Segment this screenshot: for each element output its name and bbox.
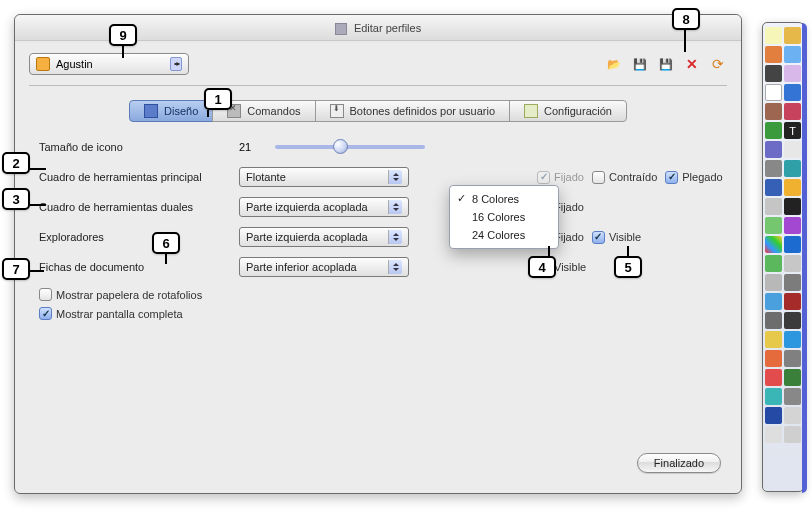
tool-icon[interactable] bbox=[784, 350, 801, 367]
check-visible-explorers[interactable]: Visible bbox=[592, 231, 641, 244]
tool-icon[interactable] bbox=[765, 122, 782, 139]
tool-icon[interactable] bbox=[765, 293, 782, 310]
check-label: Fijado bbox=[554, 171, 584, 183]
tool-icon[interactable] bbox=[765, 46, 782, 63]
check-label: Contraído bbox=[609, 171, 657, 183]
tool-icon[interactable] bbox=[784, 217, 801, 234]
checkbox-icon bbox=[537, 171, 550, 184]
colors-option-16[interactable]: 16 Colores bbox=[450, 208, 558, 226]
check-show-trash[interactable]: Mostrar papelera de rotafolios bbox=[39, 288, 723, 301]
icon-size-slider[interactable] bbox=[275, 145, 425, 149]
config-icon bbox=[524, 104, 538, 118]
label-icon-size: Tamaño de icono bbox=[39, 141, 239, 153]
dual-toolbox-position-select[interactable]: Parte izquierda acoplada bbox=[239, 197, 409, 217]
tool-icon[interactable] bbox=[765, 274, 782, 291]
tool-icon[interactable] bbox=[784, 141, 801, 158]
floating-toolbox[interactable]: T bbox=[762, 22, 804, 492]
chevron-updown-icon bbox=[388, 260, 402, 274]
tool-icon[interactable] bbox=[784, 293, 801, 310]
tool-icon[interactable] bbox=[765, 407, 782, 424]
tool-icon[interactable] bbox=[784, 46, 801, 63]
callout-6: 6 bbox=[152, 232, 180, 254]
row-icon-size: Tamaño de icono 21 bbox=[39, 136, 723, 158]
combo-value: Parte inferior acoplada bbox=[246, 261, 357, 273]
tool-icon[interactable] bbox=[765, 198, 782, 215]
tool-icon[interactable] bbox=[784, 331, 801, 348]
callout-2: 2 bbox=[2, 152, 30, 174]
combo-value: Parte izquierda acoplada bbox=[246, 201, 368, 213]
tool-icon[interactable] bbox=[765, 255, 782, 272]
open-button[interactable]: 📂 bbox=[605, 55, 623, 73]
explorers-position-select[interactable]: Parte izquierda acoplada bbox=[239, 227, 409, 247]
toolbox-accent bbox=[802, 23, 807, 493]
done-button[interactable]: Finalizado bbox=[637, 453, 721, 473]
colors-option-24[interactable]: 24 Colores bbox=[450, 226, 558, 244]
callout-tail bbox=[627, 246, 629, 256]
tool-icon[interactable] bbox=[784, 312, 801, 329]
tool-icon[interactable] bbox=[784, 27, 801, 44]
tab-config[interactable]: Configuración bbox=[509, 100, 627, 122]
tool-icon[interactable] bbox=[765, 103, 782, 120]
tool-icon[interactable] bbox=[765, 141, 782, 158]
tool-icon[interactable] bbox=[784, 426, 801, 443]
tool-icon[interactable] bbox=[784, 84, 801, 101]
slider-thumb[interactable] bbox=[333, 139, 348, 154]
tool-icon[interactable] bbox=[765, 236, 782, 253]
tool-icon[interactable] bbox=[784, 198, 801, 215]
tool-icon[interactable] bbox=[784, 369, 801, 386]
callout-tail bbox=[684, 30, 686, 52]
stepper-arrows-icon bbox=[170, 57, 182, 71]
main-toolbox-position-select[interactable]: Flotante bbox=[239, 167, 409, 187]
tool-icon[interactable] bbox=[784, 103, 801, 120]
tool-icon[interactable] bbox=[765, 426, 782, 443]
tool-icon[interactable] bbox=[765, 350, 782, 367]
check-label: Visible bbox=[554, 261, 586, 273]
save-as-button[interactable]: 💾 bbox=[657, 55, 675, 73]
tool-icon[interactable] bbox=[765, 160, 782, 177]
row-dual-toolbox: Cuadro de herramientas duales Parte izqu… bbox=[39, 196, 723, 218]
delete-button[interactable]: ✕ bbox=[683, 55, 701, 73]
tab-bar: Diseño Comandos Botones definidos por us… bbox=[29, 100, 727, 122]
callout-tail bbox=[165, 254, 167, 264]
tool-icon[interactable] bbox=[784, 255, 801, 272]
tool-icon[interactable] bbox=[765, 217, 782, 234]
tab-design[interactable]: Diseño bbox=[129, 100, 213, 122]
check-pinned-main: Fijado bbox=[537, 171, 584, 184]
tool-icon[interactable] bbox=[784, 388, 801, 405]
tab-user-buttons[interactable]: Botones definidos por usuario bbox=[315, 100, 511, 122]
row-explorers: Exploradores Parte izquierda acoplada Fi… bbox=[39, 226, 723, 248]
tool-icon[interactable] bbox=[765, 312, 782, 329]
tool-icon[interactable] bbox=[765, 65, 782, 82]
check-show-fullscreen[interactable]: Mostrar pantalla completa bbox=[39, 307, 723, 320]
reset-button[interactable]: ⟳ bbox=[709, 55, 727, 73]
tab-commands-label: Comandos bbox=[247, 105, 300, 117]
tool-icon[interactable] bbox=[784, 160, 801, 177]
tool-icon[interactable] bbox=[765, 179, 782, 196]
tool-icon[interactable] bbox=[765, 331, 782, 348]
tool-icon[interactable]: T bbox=[784, 122, 801, 139]
tool-icon[interactable] bbox=[765, 369, 782, 386]
callout-7: 7 bbox=[2, 258, 30, 280]
callout-tail bbox=[122, 46, 124, 58]
doc-tabs-position-select[interactable]: Parte inferior acoplada bbox=[239, 257, 409, 277]
tool-icon[interactable] bbox=[784, 407, 801, 424]
label-dual-toolbox: Cuadro de herramientas duales bbox=[39, 201, 239, 213]
layout-icon bbox=[144, 104, 158, 118]
tool-icon[interactable] bbox=[765, 27, 782, 44]
check-collapsed-main[interactable]: Contraído bbox=[592, 171, 657, 184]
tool-icon[interactable] bbox=[784, 274, 801, 291]
tool-icon[interactable] bbox=[784, 179, 801, 196]
icon-size-value: 21 bbox=[239, 141, 265, 153]
profile-select[interactable]: Agustin bbox=[29, 53, 189, 75]
colors-option-8[interactable]: 8 Colores bbox=[450, 190, 558, 208]
check-label: Mostrar pantalla completa bbox=[56, 308, 183, 320]
tool-icon[interactable] bbox=[784, 65, 801, 82]
tool-icon[interactable] bbox=[765, 84, 782, 101]
row-main-toolbox: Cuadro de herramientas principal Flotant… bbox=[39, 166, 723, 188]
tool-icon[interactable] bbox=[784, 236, 801, 253]
tool-icon[interactable] bbox=[765, 388, 782, 405]
callout-8: 8 bbox=[672, 8, 700, 30]
check-folded-main[interactable]: Plegado bbox=[665, 171, 722, 184]
callout-tail bbox=[30, 204, 46, 206]
save-button[interactable]: 💾 bbox=[631, 55, 649, 73]
